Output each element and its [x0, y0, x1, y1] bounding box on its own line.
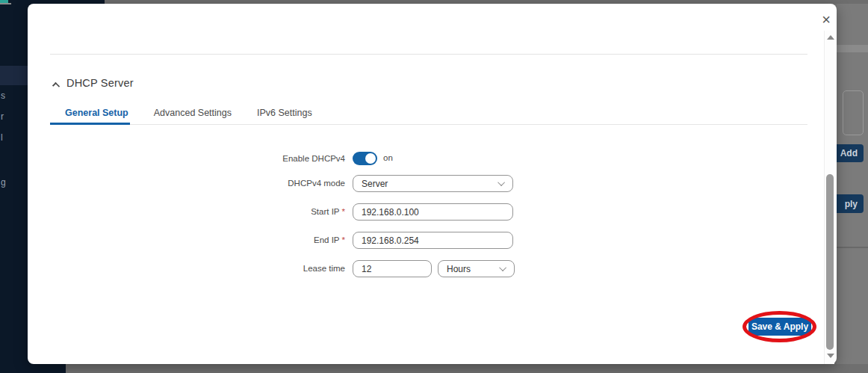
- tab-advanced-settings[interactable]: Advanced Settings: [152, 108, 233, 118]
- dimmed-bottom-bar: [66, 364, 868, 373]
- required-asterisk: *: [342, 235, 345, 244]
- section-title: DHCP Server: [66, 77, 134, 89]
- dhcpv4-mode-label: DHCPv4 mode: [211, 175, 345, 192]
- tab-general-setup[interactable]: General Setup: [63, 108, 130, 118]
- toggle-state-text: on: [383, 153, 393, 162]
- tab-bar-border: [50, 124, 807, 125]
- chevron-down-icon: [497, 179, 505, 186]
- start-ip-label: Start IP*: [211, 203, 345, 221]
- sidebar-item-fragment[interactable]: l: [1, 132, 3, 143]
- dhcpv4-mode-value: Server: [362, 179, 388, 189]
- modal-top-divider: [50, 54, 807, 55]
- start-ip-input[interactable]: [353, 203, 513, 221]
- dimmed-field-box: [843, 90, 864, 135]
- close-icon[interactable]: ×: [816, 10, 836, 29]
- form-row-dhcpv4-mode: DHCPv4 mode Server: [28, 175, 837, 192]
- enable-dhcpv4-label: Enable DHCPv4: [211, 150, 345, 167]
- lease-unit-value: Hours: [447, 264, 471, 274]
- sidebar-item-fragment[interactable]: g: [1, 177, 6, 188]
- dhcpv4-mode-select[interactable]: Server: [353, 175, 513, 192]
- active-tab-underline: [50, 123, 130, 125]
- chevron-down-icon: [499, 264, 506, 271]
- end-ip-input[interactable]: [353, 232, 513, 249]
- save-apply-button[interactable]: Save & Apply: [748, 318, 811, 336]
- dimmed-panel-band: [837, 45, 868, 52]
- lease-time-input[interactable]: [353, 260, 432, 277]
- required-asterisk: *: [342, 207, 345, 216]
- collapse-caret-icon[interactable]: [53, 81, 60, 87]
- enable-dhcpv4-toggle[interactable]: [353, 152, 377, 165]
- scrollbar-thumb[interactable]: [826, 174, 834, 350]
- scrollbar-up-arrow-icon[interactable]: [827, 35, 834, 40]
- dimmed-content-right: [837, 4, 868, 364]
- form-row-enable-dhcpv4: Enable DHCPv4 on: [28, 150, 837, 167]
- dhcp-settings-modal: × DHCP Server General Setup Advanced Set…: [28, 4, 837, 364]
- tab-bar: General Setup Advanced Settings IPv6 Set…: [63, 108, 314, 118]
- lease-time-label: Lease time: [211, 260, 345, 277]
- tab-ipv6-settings[interactable]: IPv6 Settings: [255, 108, 314, 118]
- form-row-start-ip: Start IP*: [28, 203, 837, 221]
- lease-time-unit-select[interactable]: Hours: [438, 260, 515, 277]
- sidebar-item-fragment[interactable]: r: [1, 111, 4, 122]
- dimmed-divider: [837, 247, 868, 248]
- form-row-end-ip: End IP*: [28, 232, 837, 249]
- end-ip-label: End IP*: [211, 232, 345, 249]
- form-row-lease-time: Lease time Hours: [28, 260, 837, 277]
- scrollbar-down-arrow-icon[interactable]: [827, 354, 834, 358]
- logo-dash-icon: [0, 3, 11, 4]
- toggle-knob: [365, 153, 376, 164]
- sidebar-item-fragment[interactable]: s: [1, 90, 5, 101]
